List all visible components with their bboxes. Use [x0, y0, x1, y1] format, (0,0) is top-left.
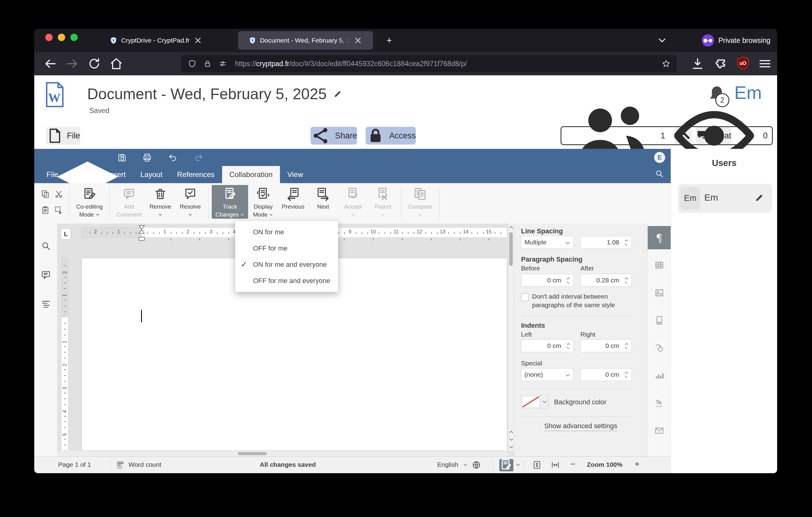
share-button[interactable]: Share — [311, 127, 357, 144]
fit-width-button[interactable] — [551, 460, 560, 469]
menu-tab-references[interactable]: References — [170, 166, 222, 183]
navigation-button[interactable] — [41, 299, 51, 309]
reject-button[interactable]: Reject — [368, 185, 398, 219]
select-all-button[interactable] — [53, 203, 65, 217]
fit-page-button[interactable] — [532, 460, 542, 469]
menu-tab-insert[interactable]: Insert — [100, 166, 133, 183]
menu-tab-file[interactable]: File — [39, 166, 66, 183]
next-page-icon[interactable] — [508, 436, 514, 442]
spinner-arrows[interactable] — [622, 343, 632, 349]
cut-button[interactable] — [53, 187, 65, 201]
special-select[interactable]: (none) — [521, 368, 574, 381]
presence-counter[interactable]: 1 0 — [560, 126, 773, 145]
header-footer-settings-tab[interactable] — [648, 309, 671, 332]
ublock-origin-button[interactable]: uO — [735, 56, 750, 71]
spacing-before-spinner[interactable]: 0 cm — [521, 274, 574, 287]
forward-button[interactable] — [65, 56, 80, 71]
copy-button[interactable] — [39, 187, 51, 201]
spinner-arrows[interactable] — [564, 277, 573, 283]
tab-close-icon[interactable] — [193, 36, 203, 45]
page-indicator[interactable]: Page 1 of 1 — [58, 461, 91, 468]
line-spacing-amount-spinner[interactable]: 1.08 — [580, 236, 632, 249]
indent-marker[interactable] — [137, 225, 147, 241]
window-minimize-button[interactable] — [58, 34, 65, 41]
line-spacing-select[interactable]: Multiple — [521, 236, 574, 249]
extensions-button[interactable] — [714, 56, 728, 71]
comments-button[interactable] — [41, 270, 51, 280]
remove-button[interactable]: Remove — [145, 185, 175, 219]
paragraph-settings-tab[interactable]: ¶ — [648, 226, 671, 249]
address-bar[interactable]: https://cryptpad.fr/doc/#/3/doc/edit/ff0… — [181, 55, 677, 72]
list-all-tabs-chevron-icon[interactable] — [657, 35, 668, 46]
scroll-up-icon[interactable] — [508, 224, 514, 230]
vertical-scrollbar[interactable] — [508, 224, 514, 451]
table-settings-tab[interactable] — [648, 253, 671, 277]
image-settings-tab[interactable] — [648, 281, 671, 304]
zoom-in-button[interactable]: + — [635, 459, 639, 469]
redo-button[interactable] — [193, 153, 204, 163]
spinner-arrows[interactable] — [622, 372, 632, 378]
edit-name-pencil-icon[interactable] — [754, 193, 764, 203]
mail-merge-settings-tab[interactable] — [648, 419, 671, 442]
accept-button[interactable]: Accept — [338, 185, 368, 219]
special-amount-spinner[interactable]: 0 cm — [580, 368, 632, 381]
spacing-after-spinner[interactable]: 0.28 cm — [580, 274, 632, 287]
globe-icon[interactable] — [472, 460, 481, 469]
tracking-protection-shield-icon[interactable] — [188, 59, 196, 68]
menu-tab-home[interactable]: Home — [66, 166, 100, 183]
menu-tab-view[interactable]: View — [280, 166, 311, 183]
text-art-settings-tab[interactable]: Ta — [648, 391, 671, 415]
co-editing-mode-button[interactable]: Co-editingMode — [72, 185, 107, 219]
zoom-out-button[interactable]: − — [570, 459, 575, 469]
vertical-scroll-thumb[interactable] — [509, 232, 513, 266]
previous-page-icon[interactable] — [508, 429, 514, 435]
background-color-swatch[interactable] — [521, 395, 541, 409]
language-selector[interactable]: English — [437, 461, 458, 468]
app-menu-button[interactable] — [757, 56, 772, 71]
next-button[interactable]: Next — [308, 185, 338, 219]
menu-tab-layout[interactable]: Layout — [133, 166, 170, 183]
menu-tab-collaboration[interactable]: Collaboration — [222, 166, 280, 183]
display-mode-button[interactable]: DisplayMode — [248, 185, 278, 219]
indent-left-spinner[interactable]: 0 cm — [521, 339, 574, 352]
word-count-button[interactable]: Word count — [128, 461, 161, 468]
paste-button[interactable] — [39, 203, 51, 217]
spinner-arrows[interactable] — [564, 343, 573, 349]
spinner-arrows[interactable] — [622, 239, 632, 246]
tab-cryptdrive[interactable]: CryptDrive - CryptPad.fr — [77, 31, 236, 50]
advanced-settings-link[interactable]: Show advanced settings — [514, 422, 647, 430]
file-menu-button[interactable]: File — [46, 127, 80, 144]
track-changes-status-button[interactable] — [499, 459, 513, 471]
edit-title-pencil-icon[interactable] — [333, 89, 342, 99]
editor-user-badge[interactable]: E — [654, 152, 665, 163]
spinner-arrows[interactable] — [622, 277, 632, 283]
tab-close-icon[interactable] — [353, 36, 362, 45]
bookmark-star-icon[interactable] — [662, 59, 671, 68]
window-close-button[interactable] — [45, 34, 53, 41]
scroll-down-icon[interactable] — [508, 444, 514, 450]
track-changes-button[interactable]: TrackChanges — [212, 185, 248, 219]
indent-right-spinner[interactable]: 0 cm — [580, 339, 632, 352]
menu-item-on-for-me[interactable]: ON for me — [235, 224, 338, 240]
permissions-icon[interactable] — [219, 59, 227, 68]
menu-item-off-for-me[interactable]: OFF for me — [235, 240, 338, 256]
tab-stop-selector[interactable]: L — [61, 228, 71, 240]
vertical-ruler[interactable]: 2112345 — [61, 258, 68, 456]
horizontal-scrollbar[interactable] — [57, 451, 508, 456]
connection-lock-icon[interactable] — [203, 59, 212, 68]
save-button[interactable] — [117, 153, 127, 163]
background-color-dropdown[interactable] — [540, 395, 549, 409]
access-button[interactable]: Access — [366, 127, 416, 144]
add-comment-button[interactable]: AddComment — [113, 185, 145, 219]
reload-button[interactable] — [87, 56, 102, 71]
chart-settings-tab[interactable] — [648, 364, 671, 387]
find-button[interactable] — [41, 241, 51, 251]
shape-settings-tab[interactable] — [648, 336, 671, 360]
interval-checkbox[interactable] — [521, 293, 529, 301]
document-title[interactable]: Document - Wed, February 5, 2025 — [87, 85, 342, 103]
compare-button[interactable]: Compare — [404, 185, 436, 219]
interval-checkbox-label[interactable]: Don't add interval between paragraphs of… — [532, 292, 628, 309]
resolve-button[interactable]: Resolve — [175, 185, 205, 219]
undo-button[interactable] — [168, 153, 178, 163]
new-tab-button[interactable]: + — [383, 34, 395, 47]
